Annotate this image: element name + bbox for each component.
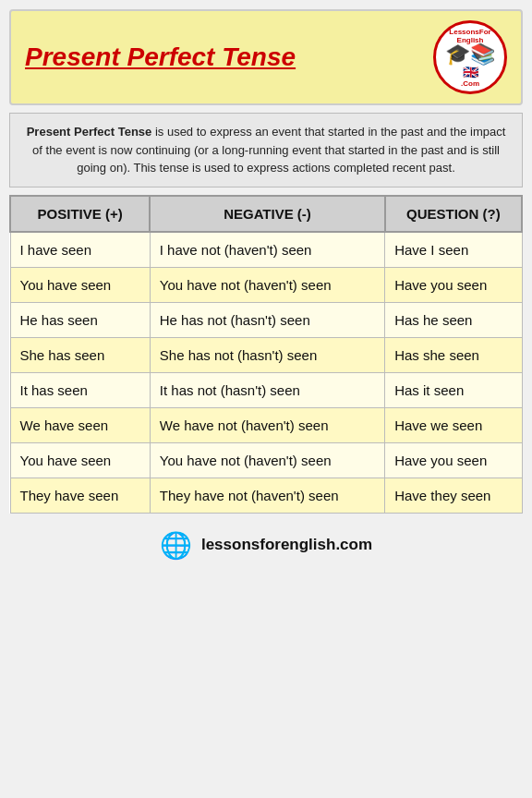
col-header-question: QUESTION (?) [385, 196, 522, 232]
page-title: Present Perfect Tense [25, 42, 296, 72]
cell-r1-c2: Have you seen [385, 267, 522, 302]
table-row: I have seenI have not (haven't) seenHave… [10, 232, 522, 268]
cell-r7-c1: They have not (haven't) seen [150, 478, 384, 513]
logo-flag-icon: 🇬🇧 [463, 65, 478, 79]
cell-r1-c1: You have not (haven't) seen [150, 267, 384, 302]
globe-icon: 🌐 [160, 530, 192, 561]
table-row: She has seenShe has not (hasn't) seenHas… [10, 337, 522, 372]
cell-r5-c0: We have seen [10, 407, 150, 442]
cell-r3-c1: She has not (hasn't) seen [150, 337, 384, 372]
table-row: You have seenYou have not (haven't) seen… [10, 442, 522, 478]
logo-arc-bottom: .Com [461, 79, 479, 88]
cell-r0-c1: I have not (haven't) seen [150, 232, 384, 268]
cell-r4-c1: It has not (hasn't) seen [150, 372, 384, 407]
col-header-positive: POSITIVE (+) [10, 196, 150, 232]
cell-r6-c2: Have you seen [385, 442, 522, 478]
cell-r3-c2: Has she seen [385, 337, 522, 372]
footer: 🌐 lessonsforenglish.com [9, 523, 523, 564]
cell-r4-c0: It has seen [10, 372, 150, 407]
cell-r3-c0: She has seen [10, 337, 150, 372]
logo-book-icon: 🎓📚 [445, 44, 495, 65]
cell-r2-c2: Has he seen [385, 302, 522, 337]
cell-r6-c1: You have not (haven't) seen [150, 442, 384, 478]
description-bold: Present Perfect Tense [27, 125, 152, 139]
table-row: It has seenIt has not (hasn't) seenHas i… [10, 372, 522, 407]
cell-r0-c2: Have I seen [385, 232, 522, 268]
table-row: We have seenWe have not (haven't) seenHa… [10, 407, 522, 442]
cell-r5-c2: Have we seen [385, 407, 522, 442]
description-box: Present Perfect Tense is used to express… [9, 113, 523, 187]
cell-r7-c0: They have seen [10, 478, 150, 513]
logo-arc-top: LessonsForEnglish [449, 28, 490, 44]
logo: LessonsForEnglish 🎓📚 🇬🇧 .Com [433, 20, 507, 94]
cell-r2-c0: He has seen [10, 302, 150, 337]
footer-url: lessonsforenglish.com [201, 536, 372, 554]
table-row: They have seenThey have not (haven't) se… [10, 478, 522, 513]
cell-r6-c0: You have seen [10, 442, 150, 478]
cell-r5-c1: We have not (haven't) seen [150, 407, 384, 442]
tense-table: POSITIVE (+) NEGATIVE (-) QUESTION (?) I… [9, 195, 523, 514]
cell-r7-c2: Have they seen [385, 478, 522, 513]
table-row: He has seenHe has not (hasn't) seenHas h… [10, 302, 522, 337]
cell-r2-c1: He has not (hasn't) seen [150, 302, 384, 337]
cell-r4-c2: Has it seen [385, 372, 522, 407]
cell-r1-c0: You have seen [10, 267, 150, 302]
cell-r0-c0: I have seen [10, 232, 150, 268]
page: Present Perfect Tense LessonsForEnglish … [0, 0, 532, 574]
col-header-negative: NEGATIVE (-) [150, 196, 384, 232]
table-row: You have seenYou have not (haven't) seen… [10, 267, 522, 302]
header: Present Perfect Tense LessonsForEnglish … [9, 9, 523, 105]
